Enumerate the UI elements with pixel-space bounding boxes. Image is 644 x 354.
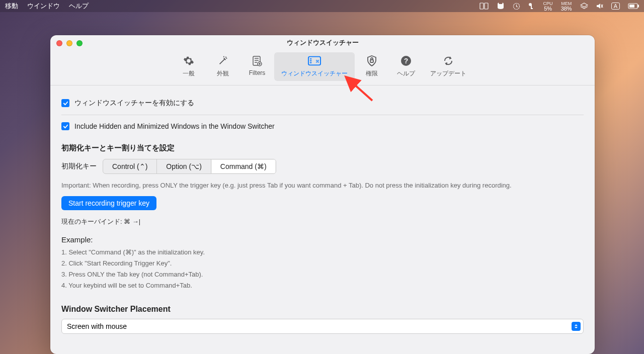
- placement-head: Window Switcher Placement: [61, 305, 584, 314]
- example-step-2: 2. Click "Start Recording Trigger Key".: [61, 258, 584, 269]
- tab-appearance[interactable]: 外観: [206, 52, 240, 81]
- example-step-1: 1. Select "Command (⌘)" as the initializ…: [61, 247, 584, 258]
- layers-icon[interactable]: [580, 3, 588, 10]
- seg-command[interactable]: Command (⌘): [211, 159, 276, 173]
- include-hidden-label: Include Hidden and Minimized Windows in …: [74, 122, 275, 130]
- minimize-button[interactable]: [66, 40, 72, 46]
- tab-help[interactable]: ? ヘルプ: [389, 52, 423, 81]
- close-button[interactable]: [56, 40, 62, 46]
- menubar-left: 移動 ウインドウ ヘルプ: [5, 2, 89, 11]
- tab-filters[interactable]: Filters: [240, 52, 274, 81]
- input-source-badge[interactable]: A: [611, 3, 620, 10]
- svg-rect-19: [310, 58, 312, 59]
- key-icon[interactable]: [528, 3, 535, 10]
- svg-text:?: ?: [404, 57, 409, 65]
- tab-permissions-label: 権限: [366, 69, 378, 78]
- menubar: 移動 ウインドウ ヘルプ CPU5% MEM38% A: [0, 0, 644, 12]
- preferences-window: ウィンドウスイッチャー 一般 外観 Filters ⌘ ウィンドウスイッチャー …: [50, 35, 595, 354]
- init-key-row: 初期化キー Control (⌃) Option (⌥) Command (⌘): [61, 159, 584, 174]
- cpu-stat: CPU5%: [543, 1, 553, 11]
- clock-icon[interactable]: [513, 3, 520, 10]
- init-section-head: 初期化キーとキー割り当てを設定: [61, 143, 584, 153]
- svg-rect-0: [480, 3, 484, 9]
- seg-control[interactable]: Control (⌃): [103, 159, 157, 173]
- svg-rect-1: [485, 3, 488, 9]
- mute-icon[interactable]: [596, 3, 603, 10]
- start-recording-button[interactable]: Start recording trigger key: [61, 196, 156, 210]
- tab-help-label: ヘルプ: [397, 69, 415, 78]
- enable-switcher-label: ウィンドウスイッチャーを有効にする: [74, 99, 194, 108]
- svg-rect-20: [310, 60, 312, 61]
- example-step-3: 3. Press ONLY the Tab key (not Command+T…: [61, 269, 584, 280]
- enable-switcher-row[interactable]: ウィンドウスイッチャーを有効にする: [61, 97, 584, 115]
- toolbar: 一般 外観 Filters ⌘ ウィンドウスイッチャー 権限 ? ヘルプ アップ…: [50, 50, 595, 85]
- tab-window-switcher-label: ウィンドウスイッチャー: [281, 69, 348, 78]
- example-steps: 1. Select "Command (⌘)" as the initializ…: [61, 247, 584, 291]
- keyboard-icon[interactable]: [479, 3, 489, 10]
- cat-icon[interactable]: [497, 3, 505, 10]
- init-key-segmented: Control (⌃) Option (⌥) Command (⌘): [103, 159, 276, 174]
- example-step-4: 4. Your keybind will be set to Command+T…: [61, 280, 584, 291]
- svg-text:⌘: ⌘: [315, 59, 319, 64]
- example-head: Example:: [61, 235, 584, 244]
- svg-rect-23: [370, 60, 373, 62]
- svg-rect-5: [531, 8, 533, 9]
- tab-general[interactable]: 一般: [172, 52, 206, 81]
- menu-help[interactable]: ヘルプ: [69, 2, 89, 11]
- tab-updates-label: アップデート: [430, 69, 466, 78]
- checkbox-checked-icon[interactable]: [61, 122, 69, 130]
- help-icon: ?: [399, 54, 413, 67]
- svg-rect-21: [310, 62, 312, 63]
- placement-select[interactable]: Screen with mouse: [61, 319, 584, 334]
- filter-icon: [251, 54, 264, 67]
- mem-stat: MEM38%: [561, 1, 572, 11]
- tab-permissions[interactable]: 権限: [355, 52, 389, 81]
- tab-general-label: 一般: [183, 69, 195, 78]
- include-hidden-row[interactable]: Include Hidden and Minimized Windows in …: [61, 115, 584, 134]
- checkbox-checked-icon[interactable]: [61, 99, 69, 107]
- menu-move[interactable]: 移動: [5, 2, 18, 11]
- tab-window-switcher[interactable]: ⌘ ウィンドウスイッチャー: [274, 52, 355, 81]
- placement-select-wrap: Screen with mouse: [61, 319, 584, 334]
- update-icon: [442, 54, 455, 67]
- shield-icon: [365, 54, 378, 67]
- menu-window[interactable]: ウインドウ: [27, 2, 60, 11]
- switcher-icon: ⌘: [308, 54, 321, 67]
- titlebar: ウィンドウスイッチャー: [50, 35, 595, 50]
- init-key-label: 初期化キー: [61, 162, 97, 171]
- gear-icon: [182, 54, 195, 67]
- battery-icon[interactable]: [628, 3, 639, 9]
- svg-rect-9: [638, 5, 639, 7]
- wand-icon: [216, 54, 229, 67]
- tab-filters-label: Filters: [249, 69, 266, 76]
- seg-option[interactable]: Option (⌥): [157, 159, 211, 173]
- traffic-lights: [56, 40, 83, 46]
- zoom-button[interactable]: [76, 40, 83, 46]
- current-keybind: 現在のキーバインド: ⌘ →|: [61, 217, 584, 226]
- tab-updates[interactable]: アップデート: [423, 52, 473, 81]
- window-title: ウィンドウスイッチャー: [287, 38, 359, 47]
- menubar-right: CPU5% MEM38% A: [479, 1, 639, 11]
- content-pane: ウィンドウスイッチャーを有効にする Include Hidden and Min…: [50, 85, 595, 354]
- tab-appearance-label: 外観: [217, 69, 229, 78]
- svg-rect-10: [629, 5, 634, 8]
- recording-note: Important: When recording, press ONLY th…: [61, 181, 584, 190]
